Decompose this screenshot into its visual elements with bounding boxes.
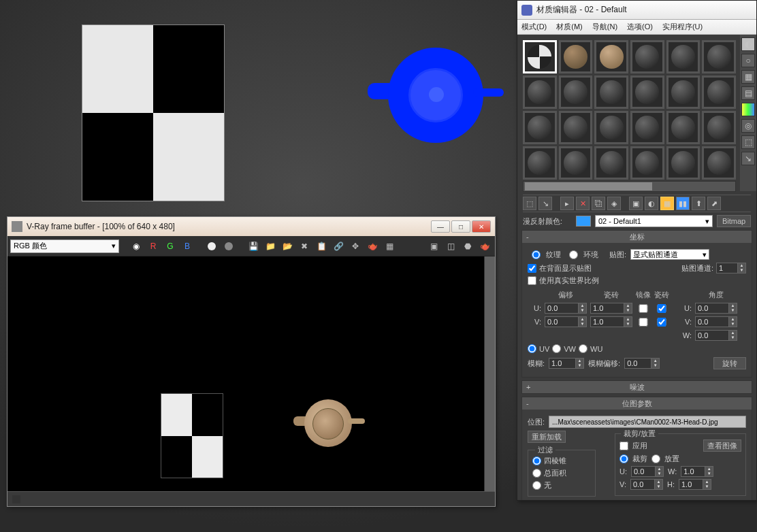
sample-slot-21[interactable] bbox=[630, 146, 664, 180]
copy-icon[interactable]: 📋 bbox=[314, 239, 329, 254]
environment-radio[interactable] bbox=[569, 250, 578, 259]
w-angle-spinner[interactable]: 0.0▲▼ bbox=[695, 330, 737, 341]
sample-slot-11[interactable] bbox=[702, 76, 736, 109]
menu-util[interactable]: 实用程序(U) bbox=[662, 22, 703, 32]
levels-icon[interactable]: ◫ bbox=[443, 239, 458, 254]
cc-icon[interactable]: ▣ bbox=[426, 239, 441, 254]
type-button[interactable]: Bitmap bbox=[717, 215, 751, 227]
sample-slot-16[interactable] bbox=[666, 111, 700, 144]
texture-radio[interactable] bbox=[532, 250, 541, 259]
v-angle-spinner[interactable]: 0.0▲▼ bbox=[695, 316, 737, 327]
folder-icon[interactable]: 📂 bbox=[280, 239, 295, 254]
u-tile-check[interactable] bbox=[654, 304, 669, 313]
real-world-check[interactable] bbox=[528, 276, 536, 285]
reload-button[interactable]: 重新加载 bbox=[528, 431, 566, 443]
crop-h-spinner[interactable]: 1.0▲▼ bbox=[679, 479, 711, 490]
sample-slot-7[interactable] bbox=[559, 76, 593, 109]
sample-slot-19[interactable] bbox=[559, 146, 593, 180]
mono-button[interactable] bbox=[204, 239, 219, 254]
sample-slot-12[interactable] bbox=[523, 111, 557, 144]
sample-slot-23[interactable] bbox=[702, 146, 736, 180]
switch-button[interactable] bbox=[221, 239, 236, 254]
wu-radio[interactable] bbox=[579, 344, 587, 353]
select-icon[interactable]: ↘ bbox=[741, 152, 755, 165]
checker-plane-object[interactable] bbox=[82, 24, 225, 201]
rgb-icon[interactable]: ◉ bbox=[129, 239, 144, 254]
make-unique-icon[interactable]: ◈ bbox=[607, 197, 621, 210]
green-channel-button[interactable]: G bbox=[163, 239, 178, 254]
u-tile-spinner[interactable]: 1.0▲▼ bbox=[590, 303, 632, 314]
menu-material[interactable]: 材质(M) bbox=[556, 22, 583, 32]
vray-titlebar[interactable]: V-Ray frame buffer - [100% of 640 x 480]… bbox=[7, 217, 495, 236]
bitmap-path-field[interactable]: ...Max\sceneassets\images\CMan0002-M3-He… bbox=[549, 416, 746, 428]
matedit-titlebar[interactable]: 材质编辑器 - 02 - Default bbox=[517, 1, 756, 20]
preview-icon[interactable]: ◎ bbox=[741, 119, 755, 133]
assign-icon[interactable]: ▸ bbox=[560, 197, 574, 210]
channel-dropdown[interactable]: RGB 颜色▾ bbox=[10, 239, 119, 253]
show-map-icon[interactable]: ▦ bbox=[660, 197, 674, 210]
v-tile-check[interactable] bbox=[654, 318, 669, 327]
vray-scrollbar[interactable] bbox=[484, 256, 495, 491]
load-icon[interactable]: 📁 bbox=[263, 239, 278, 254]
red-channel-button[interactable]: R bbox=[146, 239, 161, 254]
sample-slot-3[interactable] bbox=[630, 40, 664, 73]
menu-options[interactable]: 选项(O) bbox=[627, 22, 653, 32]
background-icon[interactable]: ▦ bbox=[741, 70, 755, 84]
uv-tile-icon[interactable]: ▤ bbox=[741, 86, 755, 100]
clear-icon[interactable]: ✖ bbox=[297, 239, 312, 254]
show-backface-check[interactable] bbox=[528, 264, 536, 273]
u-mirror-check[interactable] bbox=[636, 304, 651, 313]
v-offset-spinner[interactable]: 0.0▲▼ bbox=[545, 316, 587, 327]
backlight-icon[interactable]: ○ bbox=[741, 54, 755, 67]
sample-slot-2[interactable] bbox=[594, 40, 628, 73]
sample-slot-18[interactable] bbox=[523, 146, 557, 180]
filter-sat-radio[interactable] bbox=[532, 469, 541, 478]
bitmap-rollout-header[interactable]: -位图参数 bbox=[522, 397, 752, 410]
vw-radio[interactable] bbox=[552, 344, 561, 353]
sample-slot-8[interactable] bbox=[594, 76, 628, 109]
crop-w-spinner[interactable]: 1.0▲▼ bbox=[681, 466, 713, 477]
sample-slot-22[interactable] bbox=[666, 146, 700, 180]
noise-rollout-header[interactable]: +噪波 bbox=[522, 381, 752, 393]
effects-icon[interactable]: ◐ bbox=[645, 197, 658, 210]
close-button[interactable]: ✕ bbox=[472, 220, 491, 233]
sample-slot-4[interactable] bbox=[666, 40, 700, 73]
options-icon[interactable]: ⬚ bbox=[741, 135, 755, 149]
map-type-dropdown[interactable]: 显式贴图通道▾ bbox=[630, 249, 709, 260]
go-forward-icon[interactable]: ⬈ bbox=[707, 197, 721, 210]
apply-crop-check[interactable] bbox=[619, 442, 628, 450]
menu-nav[interactable]: 导航(N) bbox=[592, 22, 617, 32]
stop-icon[interactable]: ⬣ bbox=[460, 239, 475, 254]
teapot-object[interactable] bbox=[368, 41, 504, 153]
coordinates-rollout-header[interactable]: -坐标 bbox=[522, 231, 752, 243]
get-material-icon[interactable]: ⬚ bbox=[523, 197, 536, 210]
u-angle-spinner[interactable]: 0.0▲▼ bbox=[695, 303, 737, 314]
blur-spinner[interactable]: 1.0▲▼ bbox=[549, 358, 584, 369]
u-offset-spinner[interactable]: 0.0▲▼ bbox=[545, 303, 587, 314]
render-icon[interactable]: 🫖 bbox=[477, 239, 492, 254]
sample-slot-1[interactable] bbox=[559, 40, 593, 73]
crop-v-spinner[interactable]: 0.0▲▼ bbox=[630, 479, 663, 490]
sample-scroll-x[interactable] bbox=[523, 181, 736, 192]
v-tile-spinner[interactable]: 1.0▲▼ bbox=[590, 316, 632, 327]
blur-offset-spinner[interactable]: 0.0▲▼ bbox=[624, 358, 660, 369]
v-mirror-check[interactable] bbox=[636, 318, 651, 327]
show-end-result-icon[interactable]: ▮▮ bbox=[676, 197, 690, 210]
sample-slot-5[interactable] bbox=[702, 40, 736, 73]
view-image-button[interactable]: 查看图像 bbox=[703, 439, 741, 452]
vray-render-canvas[interactable] bbox=[7, 256, 495, 491]
region-icon[interactable]: ▦ bbox=[382, 239, 397, 254]
link-icon[interactable]: 🔗 bbox=[331, 239, 346, 254]
sample-slot-10[interactable] bbox=[666, 76, 700, 109]
filter-none-radio[interactable] bbox=[532, 481, 541, 490]
menu-mode[interactable]: 模式(D) bbox=[521, 22, 547, 32]
crop-u-spinner[interactable]: 0.0▲▼ bbox=[631, 466, 664, 477]
sample-slot-13[interactable] bbox=[559, 111, 593, 144]
sample-slot-14[interactable] bbox=[594, 111, 628, 144]
sample-slot-6[interactable] bbox=[523, 76, 557, 109]
render-teapot-icon[interactable]: 🫖 bbox=[365, 239, 380, 254]
sample-slot-0[interactable] bbox=[523, 40, 557, 73]
track-icon[interactable]: ✥ bbox=[348, 239, 363, 254]
sample-slot-20[interactable] bbox=[594, 146, 628, 180]
rotate-button[interactable]: 旋转 bbox=[713, 357, 746, 369]
